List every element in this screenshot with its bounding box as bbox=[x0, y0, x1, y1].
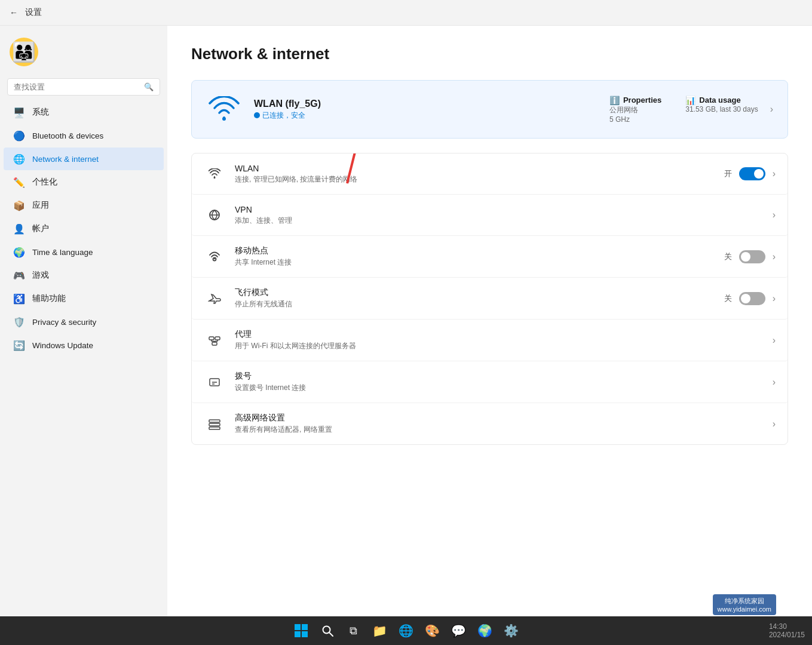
sidebar-item-system[interactable]: 🖥️ 系统 bbox=[4, 101, 164, 124]
properties-label: Properties bbox=[623, 96, 661, 105]
data-usage-label: Data usage bbox=[699, 96, 740, 105]
row-right-airplane: 关 › bbox=[724, 292, 776, 305]
setting-row-airplane[interactable]: 飞行模式 停止所有无线通信 关 › bbox=[192, 278, 788, 320]
setting-row-dialup[interactable]: 拨号 设置拨号 Internet 连接 › bbox=[192, 361, 788, 403]
taskbar-search-icon[interactable] bbox=[315, 619, 339, 643]
row-title-dialup: 拨号 bbox=[235, 371, 773, 382]
row-right-wlan: 开 › bbox=[724, 167, 776, 180]
page-title: Network & internet bbox=[191, 45, 788, 63]
row-right-dialup: › bbox=[773, 377, 776, 388]
back-button[interactable]: ← bbox=[10, 8, 18, 17]
sidebar-item-network[interactable]: 🌐 Network & internet bbox=[4, 148, 164, 170]
setting-row-hotspot[interactable]: 移动热点 共享 Internet 连接 关 › bbox=[192, 236, 788, 278]
wifi-name: WLAN (fly_5G) bbox=[254, 99, 597, 109]
taskbar: ⧉ 📁 🌐 🎨 💬 🌍 ⚙️ 14:302024/01/15 纯净系统家园 ww… bbox=[0, 616, 812, 645]
wifi-info: WLAN (fly_5G) 已连接，安全 bbox=[254, 99, 597, 121]
chevron-vpn: › bbox=[773, 210, 776, 220]
toggle-label-hotspot: 关 bbox=[724, 251, 732, 262]
sidebar-item-accessibility[interactable]: ♿ 辅助功能 bbox=[4, 287, 164, 310]
data-usage-sub: 31.53 GB, last 30 days bbox=[685, 105, 758, 113]
toggle-thumb-hotspot bbox=[741, 252, 750, 262]
content-area: Network & internet WLAN (fly_5G) 已连接，安全 bbox=[167, 26, 812, 616]
row-text-proxy: 代理 用于 Wi-Fi 和以太网连接的代理服务器 bbox=[235, 329, 773, 351]
sidebar-item-bluetooth[interactable]: 🔵 Bluetooth & devices bbox=[4, 124, 164, 147]
row-desc-advanced: 查看所有网络适配器, 网络重置 bbox=[235, 425, 773, 435]
chevron-wlan: › bbox=[773, 168, 776, 179]
row-title-advanced: 高级网络设置 bbox=[235, 413, 773, 423]
nav-icon-privacy: 🛡️ bbox=[13, 316, 25, 328]
toggle-hotspot[interactable] bbox=[739, 250, 765, 263]
toggle-airplane[interactable] bbox=[739, 292, 765, 305]
main-layout: 👨‍👩‍👧 🔍 🖥️ 系统 🔵 Bluetooth & devices 🌐 Ne… bbox=[0, 26, 812, 616]
nav-label-personalization: 个性化 bbox=[32, 177, 57, 188]
sidebar-item-gaming[interactable]: 🎮 游戏 bbox=[4, 264, 164, 287]
sidebar-item-update[interactable]: 🔄 Windows Update bbox=[4, 334, 164, 357]
toggle-label-wlan: 开 bbox=[724, 168, 732, 179]
sidebar: 👨‍👩‍👧 🔍 🖥️ 系统 🔵 Bluetooth & devices 🌐 Ne… bbox=[0, 26, 167, 616]
chevron-dialup: › bbox=[773, 377, 776, 388]
row-text-wlan: WLAN 连接, 管理已知网络, 按流量计费的网络 bbox=[235, 164, 724, 185]
row-right-vpn: › bbox=[773, 210, 776, 220]
setting-row-proxy[interactable]: 代理 用于 Wi-Fi 和以太网连接的代理服务器 › bbox=[192, 320, 788, 361]
nav-icon-update: 🔄 bbox=[13, 339, 25, 351]
svg-rect-7 bbox=[215, 337, 220, 340]
taskbar-settings-icon[interactable]: ⚙️ bbox=[500, 619, 523, 643]
nav-icon-bluetooth: 🔵 bbox=[13, 130, 25, 142]
svg-rect-18 bbox=[209, 427, 220, 429]
row-right-advanced: › bbox=[773, 419, 776, 429]
setting-row-wlan[interactable]: WLAN 连接, 管理已知网络, 按流量计费的网络 开 › bbox=[192, 153, 788, 195]
wifi-meta: ℹ️ Properties 公用网络 5 GHz 📊 Data usage 31… bbox=[609, 96, 758, 124]
chevron-hotspot: › bbox=[773, 251, 776, 262]
taskbar-store-icon[interactable]: 💬 bbox=[447, 619, 471, 643]
row-icon-vpn bbox=[204, 204, 225, 226]
svg-rect-6 bbox=[209, 337, 214, 340]
taskbar-chrome-icon[interactable]: 🌐 bbox=[394, 619, 418, 643]
settings-list: WLAN 连接, 管理已知网络, 按流量计费的网络 开 › VPN 添加、连接、… bbox=[191, 153, 788, 445]
sidebar-item-apps[interactable]: 📦 应用 bbox=[4, 194, 164, 217]
taskbar-time: 14:302024/01/15 bbox=[769, 622, 805, 639]
taskbar-windows-icon[interactable] bbox=[289, 619, 313, 643]
sidebar-item-personalization[interactable]: ✏️ 个性化 bbox=[4, 171, 164, 194]
toggle-label-airplane: 关 bbox=[724, 293, 732, 304]
row-icon-advanced bbox=[204, 413, 225, 435]
taskbar-taskview-icon[interactable]: ⧉ bbox=[342, 619, 366, 643]
svg-rect-17 bbox=[209, 423, 220, 426]
nav-icon-system: 🖥️ bbox=[13, 106, 25, 118]
nav-label-accessibility: 辅助功能 bbox=[32, 293, 66, 304]
row-icon-wlan bbox=[204, 163, 225, 185]
row-right-hotspot: 关 › bbox=[724, 250, 776, 263]
search-input[interactable] bbox=[14, 82, 139, 91]
svg-rect-21 bbox=[295, 624, 301, 630]
setting-row-advanced[interactable]: 高级网络设置 查看所有网络适配器, 网络重置 › bbox=[192, 403, 788, 444]
taskbar-photos-icon[interactable]: 🎨 bbox=[421, 619, 445, 643]
chevron-proxy: › bbox=[773, 335, 776, 346]
nav-label-bluetooth: Bluetooth & devices bbox=[32, 131, 103, 140]
wifi-banner[interactable]: WLAN (fly_5G) 已连接，安全 ℹ️ Properties 公用网络 … bbox=[191, 80, 788, 139]
row-icon-dialup bbox=[204, 371, 225, 393]
wifi-status: 已连接，安全 bbox=[254, 110, 597, 121]
row-title-vpn: VPN bbox=[235, 205, 773, 214]
avatar: 👨‍👩‍👧 bbox=[10, 38, 38, 66]
title-bar: ← 设置 bbox=[0, 0, 812, 26]
toggle-wlan[interactable] bbox=[739, 167, 765, 180]
nav-icon-gaming: 🎮 bbox=[13, 269, 25, 281]
wifi-properties[interactable]: ℹ️ Properties 公用网络 5 GHz bbox=[609, 96, 661, 124]
row-icon-hotspot bbox=[204, 246, 225, 268]
sidebar-item-time[interactable]: 🌍 Time & language bbox=[4, 241, 164, 263]
row-text-airplane: 飞行模式 停止所有无线通信 bbox=[235, 287, 724, 309]
wifi-status-dot bbox=[254, 112, 260, 118]
svg-point-0 bbox=[222, 117, 226, 121]
nav-label-apps: 应用 bbox=[32, 200, 49, 211]
toggle-thumb-airplane bbox=[741, 294, 750, 303]
row-desc-dialup: 设置拨号 Internet 连接 bbox=[235, 383, 773, 393]
sidebar-item-accounts[interactable]: 👤 帐户 bbox=[4, 217, 164, 240]
wifi-data-usage[interactable]: 📊 Data usage 31.53 GB, last 30 days bbox=[685, 96, 758, 124]
setting-row-vpn[interactable]: VPN 添加、连接、管理 › bbox=[192, 195, 788, 236]
taskbar-explorer-icon[interactable]: 📁 bbox=[368, 619, 392, 643]
sidebar-item-privacy[interactable]: 🛡️ Privacy & security bbox=[4, 311, 164, 333]
nav-label-accounts: 帐户 bbox=[32, 223, 49, 234]
taskbar-edge-icon[interactable]: 🌍 bbox=[473, 619, 497, 643]
row-desc-proxy: 用于 Wi-Fi 和以太网连接的代理服务器 bbox=[235, 341, 773, 351]
row-text-hotspot: 移动热点 共享 Internet 连接 bbox=[235, 245, 724, 268]
search-box[interactable]: 🔍 bbox=[7, 78, 160, 96]
